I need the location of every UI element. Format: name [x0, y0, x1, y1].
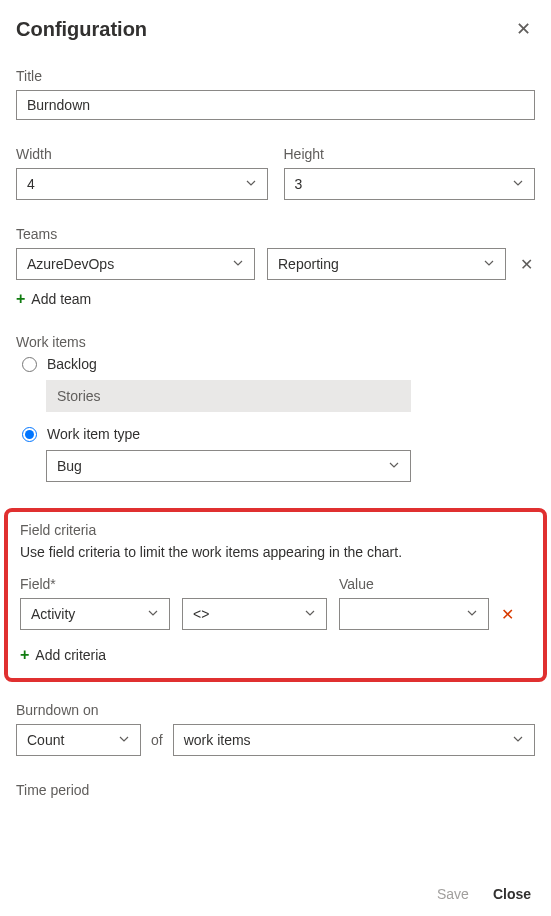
criteria-operator-select[interactable]: <> [182, 598, 327, 630]
field-criteria-highlight: Field criteria Use field criteria to lim… [4, 508, 547, 682]
burndown-on-label: Burndown on [16, 702, 535, 718]
height-label: Height [284, 146, 536, 162]
team-value-1: Reporting [278, 256, 339, 272]
chevron-down-icon [232, 256, 244, 272]
backlog-value: Stories [57, 388, 101, 404]
backlog-radio-label: Backlog [47, 356, 97, 372]
height-value: 3 [295, 176, 303, 192]
add-criteria-label: Add criteria [35, 647, 106, 663]
criteria-field-label: Field* [20, 576, 170, 592]
time-period-label: Time period [16, 782, 535, 798]
field-criteria-heading: Field criteria [20, 522, 531, 538]
teams-label: Teams [16, 226, 535, 242]
height-select[interactable]: 3 [284, 168, 536, 200]
plus-icon: + [16, 290, 25, 308]
chevron-down-icon [147, 606, 159, 622]
close-icon: ✕ [520, 256, 533, 273]
burndown-of-text: of [151, 732, 163, 748]
criteria-field-select[interactable]: Activity [20, 598, 170, 630]
remove-criteria-button[interactable]: ✕ [501, 605, 514, 630]
work-item-type-radio[interactable] [22, 427, 37, 442]
chevron-down-icon [512, 732, 524, 748]
add-team-label: Add team [31, 291, 91, 307]
plus-icon: + [20, 646, 29, 664]
burndown-items-select[interactable]: work items [173, 724, 535, 756]
chevron-down-icon [483, 256, 495, 272]
width-select[interactable]: 4 [16, 168, 268, 200]
team-value-0: AzureDevOps [27, 256, 114, 272]
title-label: Title [16, 68, 535, 84]
chevron-down-icon [304, 606, 316, 622]
chevron-down-icon [245, 176, 257, 192]
burndown-items-value: work items [184, 732, 251, 748]
backlog-select: Stories [46, 380, 411, 412]
criteria-value-label: Value [339, 576, 489, 592]
work-items-label: Work items [16, 334, 535, 350]
team-select-1[interactable]: Reporting [267, 248, 506, 280]
field-criteria-description: Use field criteria to limit the work ite… [20, 544, 531, 560]
close-panel-button[interactable]: ✕ [512, 14, 535, 44]
remove-team-button[interactable]: ✕ [518, 253, 535, 276]
criteria-field-value: Activity [31, 606, 75, 622]
close-icon: ✕ [501, 606, 514, 623]
save-button[interactable]: Save [437, 886, 469, 902]
title-input[interactable] [16, 90, 535, 120]
width-label: Width [16, 146, 268, 162]
chevron-down-icon [118, 732, 130, 748]
width-value: 4 [27, 176, 35, 192]
add-criteria-button[interactable]: + Add criteria [20, 646, 106, 664]
chevron-down-icon [466, 606, 478, 622]
burndown-count-select[interactable]: Count [16, 724, 141, 756]
add-team-button[interactable]: + Add team [16, 290, 91, 308]
team-select-0[interactable]: AzureDevOps [16, 248, 255, 280]
burndown-count-value: Count [27, 732, 64, 748]
criteria-value-select[interactable] [339, 598, 489, 630]
backlog-radio[interactable] [22, 357, 37, 372]
panel-title: Configuration [16, 18, 147, 41]
close-icon: ✕ [516, 19, 531, 39]
chevron-down-icon [512, 176, 524, 192]
work-item-type-radio-label: Work item type [47, 426, 140, 442]
work-item-type-select[interactable]: Bug [46, 450, 411, 482]
close-button[interactable]: Close [493, 886, 531, 902]
work-item-type-value: Bug [57, 458, 82, 474]
chevron-down-icon [388, 458, 400, 474]
criteria-operator-value: <> [193, 606, 209, 622]
criteria-operator-label [182, 576, 327, 592]
